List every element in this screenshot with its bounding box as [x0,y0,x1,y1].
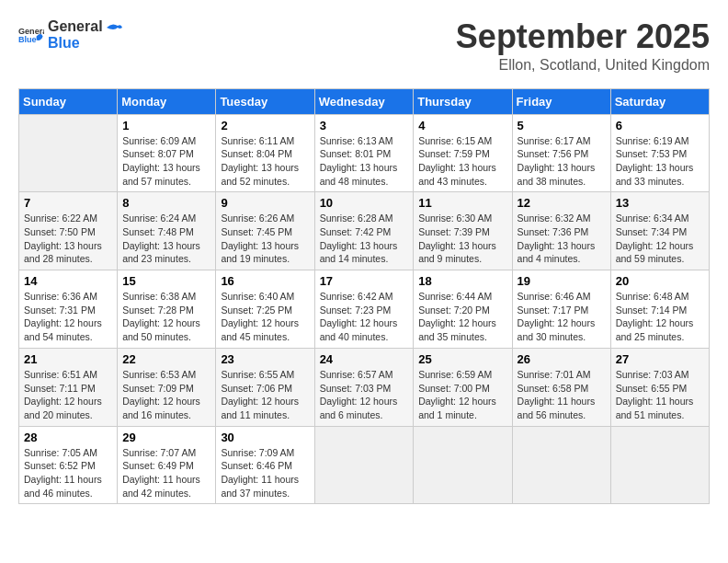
day-cell: 30Sunrise: 7:09 AMSunset: 6:46 PMDayligh… [216,426,314,504]
day-number: 14 [24,274,112,288]
week-row-1: 1Sunrise: 6:09 AMSunset: 8:07 PMDaylight… [19,114,710,192]
day-info: Sunrise: 7:09 AMSunset: 6:46 PMDaylight:… [221,446,309,500]
day-number: 5 [518,119,606,132]
day-info: Sunrise: 6:13 AMSunset: 8:01 PMDaylight:… [320,134,409,189]
logo-icon: General Blue [18,22,44,48]
day-number: 29 [122,431,210,444]
calendar-table: SundayMondayTuesdayWednesdayThursdayFrid… [18,88,710,505]
day-info: Sunrise: 6:57 AMSunset: 7:03 PMDaylight:… [320,368,409,422]
day-cell [314,426,414,504]
day-number: 2 [221,119,309,132]
day-number: 16 [221,274,309,288]
day-number: 20 [616,274,704,288]
day-cell [512,426,610,504]
day-cell: 29Sunrise: 7:07 AMSunset: 6:49 PMDayligh… [118,426,216,504]
day-number: 25 [418,352,506,366]
day-cell: 8Sunrise: 6:24 AMSunset: 7:48 PMDaylight… [118,192,216,270]
day-info: Sunrise: 6:22 AMSunset: 7:50 PMDaylight:… [24,212,112,266]
day-cell: 25Sunrise: 6:59 AMSunset: 7:00 PMDayligh… [414,348,512,426]
day-cell: 14Sunrise: 6:36 AMSunset: 7:31 PMDayligh… [19,270,118,349]
day-cell: 17Sunrise: 6:42 AMSunset: 7:23 PMDayligh… [314,270,414,349]
day-info: Sunrise: 6:19 AMSunset: 7:53 PMDaylight:… [616,134,704,189]
day-cell: 2Sunrise: 6:11 AMSunset: 8:04 PMDaylight… [216,114,314,192]
day-cell: 27Sunrise: 7:03 AMSunset: 6:55 PMDayligh… [610,348,709,426]
day-cell: 16Sunrise: 6:40 AMSunset: 7:25 PMDayligh… [216,270,314,349]
day-cell: 22Sunrise: 6:53 AMSunset: 7:09 PMDayligh… [118,348,216,426]
day-number: 7 [24,196,112,210]
day-number: 19 [518,274,606,288]
day-cell: 5Sunrise: 6:17 AMSunset: 7:56 PMDaylight… [512,114,610,192]
day-number: 9 [221,196,309,210]
day-number: 18 [418,274,506,288]
day-info: Sunrise: 7:07 AMSunset: 6:49 PMDaylight:… [122,446,210,500]
day-info: Sunrise: 6:51 AMSunset: 7:11 PMDaylight:… [24,368,112,422]
day-cell: 15Sunrise: 6:38 AMSunset: 7:28 PMDayligh… [118,270,216,349]
day-cell: 28Sunrise: 7:05 AMSunset: 6:52 PMDayligh… [19,426,118,504]
week-row-5: 28Sunrise: 7:05 AMSunset: 6:52 PMDayligh… [19,426,710,504]
day-info: Sunrise: 6:42 AMSunset: 7:23 PMDaylight:… [320,290,409,344]
day-info: Sunrise: 6:34 AMSunset: 7:34 PMDaylight:… [616,212,704,266]
header-friday: Friday [512,88,610,114]
header-thursday: Thursday [414,88,512,114]
day-number: 8 [122,196,210,210]
header-tuesday: Tuesday [216,88,314,114]
day-number: 21 [24,352,112,366]
day-number: 12 [518,196,606,210]
day-number: 30 [221,431,309,444]
day-number: 15 [122,274,210,288]
day-cell: 10Sunrise: 6:28 AMSunset: 7:42 PMDayligh… [314,192,414,270]
week-row-4: 21Sunrise: 6:51 AMSunset: 7:11 PMDayligh… [19,348,710,426]
day-info: Sunrise: 6:17 AMSunset: 7:56 PMDaylight:… [518,134,606,189]
day-info: Sunrise: 6:46 AMSunset: 7:17 PMDaylight:… [518,290,606,344]
day-number: 26 [518,352,606,366]
day-cell: 9Sunrise: 6:26 AMSunset: 7:45 PMDaylight… [216,192,314,270]
day-cell: 4Sunrise: 6:15 AMSunset: 7:59 PMDaylight… [414,114,512,192]
page-header: General Blue General Blue September 2025… [18,18,710,74]
day-cell: 13Sunrise: 6:34 AMSunset: 7:34 PMDayligh… [610,192,709,270]
day-cell: 6Sunrise: 6:19 AMSunset: 7:53 PMDaylight… [610,114,709,192]
logo-bird-icon [105,20,123,35]
title-section: September 2025 Ellon, Scotland, United K… [456,18,710,74]
day-info: Sunrise: 6:26 AMSunset: 7:45 PMDaylight:… [221,212,309,266]
day-number: 4 [418,119,506,132]
day-info: Sunrise: 7:05 AMSunset: 6:52 PMDaylight:… [24,446,112,500]
day-number: 24 [320,352,409,366]
day-cell: 12Sunrise: 6:32 AMSunset: 7:36 PMDayligh… [512,192,610,270]
day-cell [414,426,512,504]
day-info: Sunrise: 6:44 AMSunset: 7:20 PMDaylight:… [418,290,506,344]
day-cell: 3Sunrise: 6:13 AMSunset: 8:01 PMDaylight… [314,114,414,192]
day-number: 13 [616,196,704,210]
day-info: Sunrise: 6:15 AMSunset: 7:59 PMDaylight:… [418,134,506,189]
day-cell: 19Sunrise: 6:46 AMSunset: 7:17 PMDayligh… [512,270,610,349]
day-cell: 26Sunrise: 7:01 AMSunset: 6:58 PMDayligh… [512,348,610,426]
day-info: Sunrise: 6:38 AMSunset: 7:28 PMDaylight:… [122,290,210,344]
day-number: 22 [122,352,210,366]
day-number: 3 [320,119,409,132]
day-info: Sunrise: 6:24 AMSunset: 7:48 PMDaylight:… [122,212,210,266]
week-row-3: 14Sunrise: 6:36 AMSunset: 7:31 PMDayligh… [19,270,710,349]
header-saturday: Saturday [610,88,709,114]
day-number: 10 [320,196,409,210]
day-cell: 20Sunrise: 6:48 AMSunset: 7:14 PMDayligh… [610,270,709,349]
day-info: Sunrise: 7:03 AMSunset: 6:55 PMDaylight:… [616,368,704,422]
day-info: Sunrise: 6:36 AMSunset: 7:31 PMDaylight:… [24,290,112,344]
calendar-title: September 2025 [456,18,710,55]
logo-text: General Blue [48,18,123,52]
header-wednesday: Wednesday [314,88,414,114]
day-cell: 18Sunrise: 6:44 AMSunset: 7:20 PMDayligh… [414,270,512,349]
day-number: 6 [616,119,704,132]
day-info: Sunrise: 6:30 AMSunset: 7:39 PMDaylight:… [418,212,506,266]
week-row-2: 7Sunrise: 6:22 AMSunset: 7:50 PMDaylight… [19,192,710,270]
day-cell: 21Sunrise: 6:51 AMSunset: 7:11 PMDayligh… [19,348,118,426]
day-info: Sunrise: 6:48 AMSunset: 7:14 PMDaylight:… [616,290,704,344]
day-info: Sunrise: 6:32 AMSunset: 7:36 PMDaylight:… [518,212,606,266]
day-info: Sunrise: 6:40 AMSunset: 7:25 PMDaylight:… [221,290,309,344]
day-number: 11 [418,196,506,210]
day-info: Sunrise: 6:55 AMSunset: 7:06 PMDaylight:… [221,368,309,422]
header-row: SundayMondayTuesdayWednesdayThursdayFrid… [19,88,710,114]
header-monday: Monday [118,88,216,114]
day-cell: 23Sunrise: 6:55 AMSunset: 7:06 PMDayligh… [216,348,314,426]
day-info: Sunrise: 7:01 AMSunset: 6:58 PMDaylight:… [518,368,606,422]
day-cell: 1Sunrise: 6:09 AMSunset: 8:07 PMDaylight… [118,114,216,192]
day-number: 17 [320,274,409,288]
